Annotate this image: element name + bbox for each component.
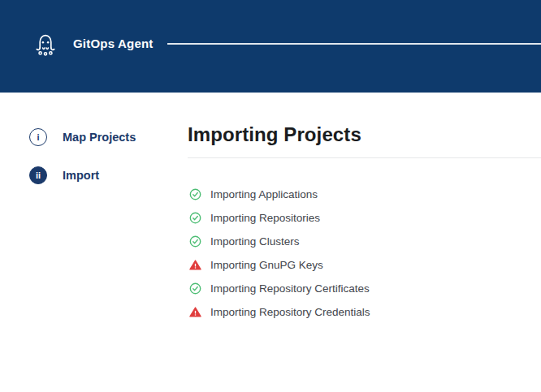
step-index-badge: ii	[29, 166, 47, 184]
import-status-row: Importing Repository Credentials	[189, 300, 541, 324]
import-status-label: Importing Applications	[210, 189, 318, 200]
import-status-row: Importing GnuPG Keys	[189, 253, 541, 277]
import-status-label: Importing Repositories	[210, 213, 320, 224]
step-import[interactable]: ii Import	[29, 166, 188, 184]
wizard-stepper: i Map Projects ii Import	[0, 93, 188, 324]
page-title: Importing Projects	[188, 123, 541, 146]
import-status-label: Importing Repository Credentials	[210, 307, 370, 318]
success-check-icon	[189, 235, 201, 248]
main-panel: Importing Projects Importing Application…	[188, 93, 541, 324]
import-status-row: Importing Clusters	[189, 230, 541, 253]
step-label: Import	[63, 169, 99, 182]
import-status-row: Importing Repository Certificates	[189, 277, 541, 300]
app-header: GitOps Agent	[0, 0, 541, 93]
import-status-row: Importing Applications	[189, 183, 541, 206]
import-status-label: Importing Repository Certificates	[210, 283, 370, 295]
success-check-icon	[189, 282, 201, 295]
import-status-label: Importing Clusters	[210, 236, 300, 248]
argo-octopus-logo-icon	[32, 31, 58, 57]
step-index-badge: i	[29, 128, 47, 146]
header-divider-line	[167, 43, 541, 45]
import-status-row: Importing Repositories	[189, 206, 541, 230]
warning-triangle-icon	[189, 259, 201, 271]
success-check-icon	[189, 188, 201, 200]
title-divider-line	[188, 157, 541, 158]
import-status-list: Importing Applications Importing Reposit…	[188, 183, 541, 324]
brand-title: GitOps Agent	[73, 31, 154, 57]
step-map-projects[interactable]: i Map Projects	[29, 128, 188, 146]
warning-triangle-icon	[189, 306, 201, 318]
import-status-label: Importing GnuPG Keys	[210, 260, 323, 271]
success-check-icon	[189, 212, 201, 224]
step-label: Map Projects	[63, 131, 136, 144]
page-body: i Map Projects ii Import Importing Proje…	[0, 93, 541, 324]
